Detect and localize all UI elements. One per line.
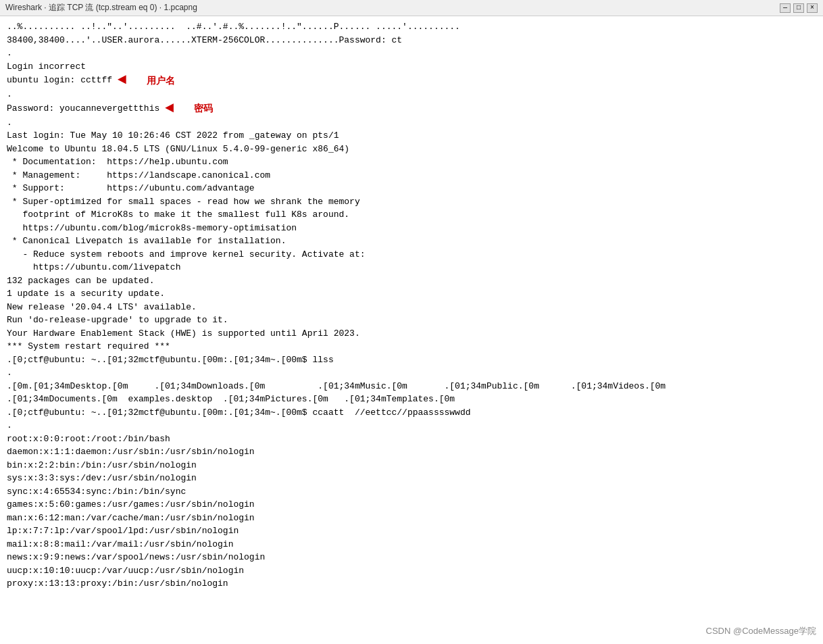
terminal-line: Last login: Tue May 10 10:26:46 CST 2022… <box>7 129 816 143</box>
terminal-line: footprint of MicroK8s to make it the sma… <box>7 208 816 222</box>
maximize-button[interactable]: □ <box>793 3 804 13</box>
terminal-text-line: 132 packages can be updated. <box>7 276 154 286</box>
terminal-text-line: proxy:x:13:13:proxy:/bin:/usr/sbin/nolog… <box>7 578 228 589</box>
terminal-text-line: sys:x:3:3:sys:/dev:/usr/sbin/nologin <box>7 473 197 483</box>
minimize-button[interactable]: — <box>780 3 791 13</box>
terminal-text-line: . <box>7 48 12 58</box>
terminal-line: proxy:x:13:13:proxy:/bin:/usr/sbin/nolog… <box>7 577 816 591</box>
terminal-line: . <box>7 116 816 130</box>
terminal-line: . <box>7 47 816 60</box>
title-bar: Wireshark · 追踪 TCP 流 (tcp.stream eq 0) ·… <box>0 0 823 16</box>
terminal-window: ..%.......... ..!.."..'......... ..#..'.… <box>0 16 823 644</box>
terminal-line: https://ubuntu.com/livepatch <box>7 261 816 274</box>
username-arrow-icon: ◄ <box>118 73 126 88</box>
terminal-text-line: man:x:6:12:man:/var/cache/man:/usr/sbin/… <box>7 513 255 523</box>
terminal-text-line: * Management: https://landscape.canonica… <box>7 170 270 180</box>
terminal-text-line: mail:x:8:8:mail:/var/mail:/usr/sbin/nolo… <box>7 539 233 549</box>
password-label: 密码 <box>194 101 213 116</box>
terminal-line: .[0m.[01;34mDesktop.[0m .[01;34mDownload… <box>7 380 816 393</box>
terminal-text-line: root:x:0:0:root:/root:/bin/bash <box>7 434 170 444</box>
terminal-text-line: bin:x:2:2:bin:/bin:/usr/sbin/nologin <box>7 460 197 470</box>
terminal-line: Login incorrect <box>7 60 816 74</box>
terminal-content: ..%.......... ..!.."..'......... ..#..'.… <box>7 20 816 591</box>
terminal-text-line: .[0m.[01;34mDesktop.[0m .[01;34mDownload… <box>7 381 666 391</box>
terminal-line: .[0;ctf@ubuntu: ~..[01;32mctf@ubuntu.[00… <box>7 353 816 367</box>
terminal-text-line: news:x:9:9:news:/var/spool/news:/usr/sbi… <box>7 552 265 562</box>
terminal-text-line: . <box>7 118 12 128</box>
terminal-line: daemon:x:1:1:daemon:/usr/sbin:/usr/sbin/… <box>7 445 816 459</box>
terminal-line: * Management: https://landscape.canonica… <box>7 169 816 182</box>
title-bar-text: Wireshark · 追踪 TCP 流 (tcp.stream eq 0) ·… <box>5 2 197 14</box>
terminal-text-line: games:x:5:60:games:/usr/games:/usr/sbin/… <box>7 499 255 510</box>
terminal-line: * Documentation: https://help.ubuntu.com <box>7 155 816 169</box>
terminal-text-line: sync:x:4:65534:sync:/bin:/bin/sync <box>7 487 186 497</box>
terminal-text-line: https://ubuntu.com/livepatch <box>7 262 180 272</box>
terminal-text-line: . <box>7 420 12 430</box>
terminal-text-line: 1 update is a security update. <box>7 289 165 299</box>
terminal-text-line: . <box>7 368 12 378</box>
terminal-text-line: .[0;ctf@ubuntu: ~..[01;32mctf@ubuntu.[00… <box>7 355 334 365</box>
terminal-line: 132 packages can be updated. <box>7 274 816 288</box>
terminal-line: bin:x:2:2:bin:/bin:/usr/sbin/nologin <box>7 459 816 472</box>
terminal-line: Run 'do-release-upgrade' to upgrade to i… <box>7 314 816 327</box>
terminal-text-line: . <box>7 89 12 99</box>
terminal-text-line: daemon:x:1:1:daemon:/usr/sbin:/usr/sbin/… <box>7 447 255 457</box>
terminal-line: uucp:x:10:10:uucp:/var/uucp:/usr/sbin/no… <box>7 564 816 578</box>
terminal-text-line: .[0;ctf@ubuntu: ~..[01;32mctf@ubuntu.[00… <box>7 407 471 418</box>
terminal-line: .[01;34mDocuments.[0m examples.desktop .… <box>7 393 816 406</box>
watermark: CSDN @CodeMessage学院 <box>706 625 816 637</box>
terminal-text-line: footprint of MicroK8s to make it the sma… <box>7 209 349 220</box>
terminal-line: * Support: https://ubuntu.com/advantage <box>7 182 816 195</box>
terminal-line: Welcome to Ubuntu 18.04.5 LTS (GNU/Linux… <box>7 143 816 156</box>
terminal-line: 1 update is a security update. <box>7 287 816 301</box>
terminal-line: man:x:6:12:man:/var/cache/man:/usr/sbin/… <box>7 512 816 525</box>
terminal-text-line: .[01;34mDocuments.[0m examples.desktop .… <box>7 394 455 404</box>
terminal-text-line: ..%.......... ..!.."..'......... ..#..'.… <box>7 22 460 32</box>
terminal-line: New release '20.04.4 LTS' available. <box>7 301 816 314</box>
terminal-line: * Super-optimized for small spaces - rea… <box>7 195 816 209</box>
terminal-text-line: * Super-optimized for small spaces - rea… <box>7 197 360 207</box>
terminal-line: . <box>7 88 816 101</box>
terminal-text-line: Login incorrect <box>7 61 86 72</box>
terminal-text-line: uucp:x:10:10:uucp:/var/uucp:/usr/sbin/no… <box>7 566 244 576</box>
terminal-line: lp:x:7:7:lp:/var/spool/lpd:/usr/sbin/nol… <box>7 524 816 538</box>
terminal-line: - Reduce system reboots and improve kern… <box>7 248 816 262</box>
terminal-line: news:x:9:9:news:/var/spool/news:/usr/sbi… <box>7 551 816 564</box>
terminal-text-line: - Reduce system reboots and improve kern… <box>7 249 366 259</box>
terminal-line: .[0;ctf@ubuntu: ~..[01;32mctf@ubuntu.[00… <box>7 406 816 420</box>
terminal-text-line: lp:x:7:7:lp:/var/spool/lpd:/usr/sbin/nol… <box>7 526 239 536</box>
terminal-text-line: Run 'do-release-upgrade' to upgrade to i… <box>7 315 228 325</box>
terminal-line: sys:x:3:3:sys:/dev:/usr/sbin/nologin <box>7 472 816 485</box>
terminal-line: ubuntu login: ccttff◄用户名 <box>7 73 816 88</box>
terminal-text-line: * Canonical Livepatch is available for i… <box>7 236 286 246</box>
terminal-text-line: * Documentation: https://help.ubuntu.com <box>7 157 228 167</box>
terminal-text-line: Your Hardware Enablement Stack (HWE) is … <box>7 328 360 339</box>
login-password-line: Password: youcannevergettthis <box>7 102 159 116</box>
title-bar-controls: — □ × <box>780 3 818 13</box>
terminal-text-line: *** System restart required *** <box>7 341 170 351</box>
terminal-text-line: New release '20.04.4 LTS' available. <box>7 302 197 312</box>
terminal-line: Password: youcannevergettthis◄密码 <box>7 101 816 116</box>
terminal-line: *** System restart required *** <box>7 340 816 353</box>
terminal-line: Your Hardware Enablement Stack (HWE) is … <box>7 327 816 341</box>
login-username-line: ubuntu login: ccttff <box>7 74 112 87</box>
terminal-text-line: * Support: https://ubuntu.com/advantage <box>7 183 255 193</box>
terminal-line: . <box>7 366 816 380</box>
terminal-line: games:x:5:60:games:/usr/games:/usr/sbin/… <box>7 498 816 512</box>
password-arrow-icon: ◄ <box>165 101 174 116</box>
terminal-line: https://ubuntu.com/blog/microk8s-memory-… <box>7 222 816 235</box>
terminal-text-line: Welcome to Ubuntu 18.04.5 LTS (GNU/Linux… <box>7 144 349 154</box>
username-label: 用户名 <box>147 74 175 88</box>
terminal-line: mail:x:8:8:mail:/var/mail:/usr/sbin/nolo… <box>7 538 816 551</box>
terminal-line: sync:x:4:65534:sync:/bin:/bin/sync <box>7 485 816 499</box>
terminal-text-line: https://ubuntu.com/blog/microk8s-memory-… <box>7 223 297 233</box>
terminal-line: * Canonical Livepatch is available for i… <box>7 234 816 248</box>
terminal-text-line: 38400,38400....'..USER.aurora......XTERM… <box>7 35 402 45</box>
terminal-line: root:x:0:0:root:/root:/bin/bash <box>7 432 816 446</box>
terminal-line: ..%.......... ..!.."..'......... ..#..'.… <box>7 20 816 34</box>
close-button[interactable]: × <box>807 3 818 13</box>
terminal-text-line: Last login: Tue May 10 10:26:46 CST 2022… <box>7 130 339 141</box>
terminal-line: 38400,38400....'..USER.aurora......XTERM… <box>7 34 816 47</box>
terminal-line: . <box>7 419 816 432</box>
